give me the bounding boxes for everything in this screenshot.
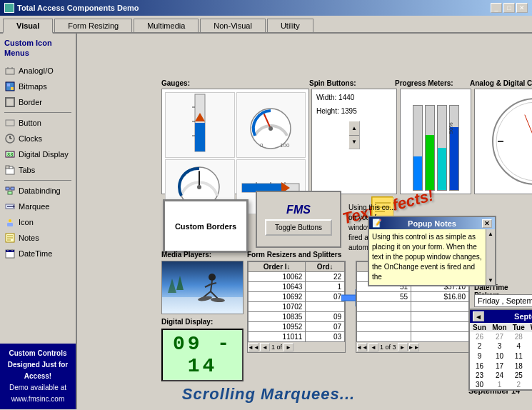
grid-next-button[interactable]: ► bbox=[283, 343, 293, 351]
grid-right-next-button[interactable]: ► bbox=[398, 343, 408, 351]
maximize-button[interactable]: □ bbox=[503, 3, 515, 13]
resizers-label: Form Resizers and Splitters bbox=[247, 251, 341, 259]
tabs-icon bbox=[4, 164, 16, 176]
cell: 07 bbox=[306, 292, 345, 302]
table-row[interactable] bbox=[357, 332, 469, 342]
calendar-day[interactable]: 3 bbox=[528, 380, 532, 389]
table-row[interactable] bbox=[357, 302, 469, 312]
table-row[interactable]: 1006222 bbox=[249, 272, 345, 282]
calendar-day[interactable]: 24 bbox=[489, 371, 510, 380]
table-row[interactable]: 1069207 bbox=[249, 292, 345, 302]
calendar-day[interactable]: 23 bbox=[470, 371, 489, 380]
calendar-day[interactable]: 4 bbox=[510, 341, 528, 351]
grid-right-last-button[interactable]: ►► bbox=[409, 343, 419, 351]
table-row[interactable] bbox=[357, 322, 469, 332]
cell: 10643 bbox=[249, 282, 306, 292]
tab-utility[interactable]: Utility bbox=[267, 19, 313, 32]
gauges-panel: 0 100 bbox=[161, 89, 309, 194]
popup-notes-close[interactable]: ✕ bbox=[482, 219, 492, 228]
grid-left-col1-header[interactable]: Order I↓ bbox=[249, 262, 306, 272]
grid-nav-text: 1 of bbox=[271, 344, 282, 351]
sidebar-item-clocks[interactable]: Clocks bbox=[1, 131, 74, 146]
popup-scrollbar[interactable]: ▲ ▼ bbox=[486, 229, 495, 285]
cell bbox=[411, 322, 469, 332]
spin-up[interactable]: ▲ bbox=[349, 121, 359, 136]
custom-borders-button[interactable]: Custom Borders bbox=[163, 199, 249, 253]
tab-visual[interactable]: Visual bbox=[3, 19, 53, 34]
close-button[interactable]: ✕ bbox=[516, 3, 528, 13]
grid-prev-button[interactable]: ◄ bbox=[260, 343, 270, 351]
scroll-up[interactable]: ▲ bbox=[488, 231, 493, 237]
cell: 09 bbox=[306, 312, 345, 322]
sidebar-item-digital[interactable]: 88 Digital Display bbox=[1, 146, 74, 162]
scroll-down[interactable]: ▼ bbox=[488, 277, 493, 284]
sidebar-item-tabs[interactable]: Tabs bbox=[1, 162, 74, 178]
table-row[interactable]: 10702 bbox=[249, 302, 345, 312]
grid-right-first-button[interactable]: ◄◄ bbox=[357, 343, 367, 351]
sidebar-bottom: Custom Controls Designed Just for Access… bbox=[0, 344, 76, 409]
sidebar-bottom-line2: Designed Just for Access! bbox=[2, 359, 74, 382]
calendar-day[interactable]: 28 bbox=[510, 332, 528, 341]
tab-non-visual[interactable]: Non-Visual bbox=[200, 19, 266, 32]
sidebar-item-bitmaps[interactable]: Bitmaps bbox=[1, 79, 74, 94]
sidebar-item-button[interactable]: Button bbox=[1, 115, 74, 131]
svg-rect-6 bbox=[6, 98, 14, 106]
table-row[interactable]: 1083509 bbox=[249, 312, 345, 322]
progress-bar-1 bbox=[413, 105, 423, 191]
calendar-day[interactable]: 19 bbox=[528, 361, 532, 371]
minimize-button[interactable]: _ bbox=[491, 3, 502, 13]
table-row[interactable]: 1101103 bbox=[249, 332, 345, 342]
calendar-day[interactable]: 3 bbox=[489, 341, 510, 351]
spin-width-label: Width: 1440 bbox=[316, 94, 392, 101]
calendar-day[interactable]: 29 bbox=[528, 332, 532, 341]
calendar-day[interactable]: 9 bbox=[470, 351, 489, 361]
cell: 11011 bbox=[249, 332, 306, 342]
calendar-day[interactable]: 2 bbox=[470, 341, 489, 351]
sidebar-label-digital: Digital Display bbox=[19, 150, 69, 159]
table-row[interactable]: 1095207 bbox=[249, 322, 345, 332]
sidebar-item-datetime[interactable]: DateTime bbox=[1, 246, 74, 261]
toggle-button[interactable]: Toggle Buttons bbox=[265, 219, 332, 236]
sidebar-item-notes[interactable]: Notes bbox=[1, 230, 74, 246]
svg-text:88: 88 bbox=[7, 152, 13, 158]
svg-point-41 bbox=[268, 126, 273, 131]
tab-form-resizing[interactable]: Form Resizing bbox=[54, 19, 132, 32]
calendar-day[interactable]: 30 bbox=[470, 380, 489, 389]
calendar-day[interactable]: 11 bbox=[510, 351, 528, 361]
calendar-day[interactable]: 25 bbox=[510, 371, 528, 380]
grid-left-col2-header[interactable]: Ord↓ bbox=[306, 262, 345, 272]
spin-stepper[interactable]: ▲ ▼ bbox=[348, 121, 360, 149]
sidebar-item-analogio[interactable]: AnalogI/O bbox=[1, 63, 74, 79]
calendar-prev-button[interactable]: ◄ bbox=[473, 311, 484, 321]
window-controls: _ □ ✕ bbox=[491, 3, 528, 13]
calendar-day[interactable]: 17 bbox=[489, 361, 510, 371]
calendar-day[interactable]: 18 bbox=[510, 361, 528, 371]
sidebar-item-icon[interactable]: Icon bbox=[1, 214, 74, 230]
date-dropdown[interactable]: Friday , September 14 ▼ bbox=[474, 294, 532, 307]
calendar-day[interactable]: 12 bbox=[528, 351, 532, 361]
cell bbox=[357, 302, 411, 312]
sidebar-item-border[interactable]: Border bbox=[1, 94, 74, 110]
table-row[interactable]: 106431 bbox=[249, 282, 345, 292]
calendar-header: ◄ September ► bbox=[470, 310, 532, 323]
sidebar-label-border: Border bbox=[19, 98, 42, 106]
calendar-day[interactable]: 10 bbox=[489, 351, 510, 361]
calendar-day[interactable]: 2 bbox=[510, 380, 528, 389]
calendar-day[interactable]: 27 bbox=[489, 332, 510, 341]
cell: 10702 bbox=[249, 302, 306, 312]
calendar-day[interactable]: 26 bbox=[470, 332, 489, 341]
cell: 03 bbox=[306, 332, 345, 342]
calendar-day[interactable]: 16 bbox=[470, 361, 489, 371]
popup-notes-body: Using this control is as simple as placi… bbox=[369, 229, 495, 285]
calendar-day[interactable]: 26 bbox=[528, 371, 532, 380]
spin-down[interactable]: ▼ bbox=[349, 136, 359, 149]
calendar-day[interactable]: 1 bbox=[489, 380, 510, 389]
grid-right-prev-button[interactable]: ◄ bbox=[368, 343, 378, 351]
calendar-day[interactable]: 5 bbox=[528, 341, 532, 351]
table-row[interactable]: 55$16.80 bbox=[357, 292, 469, 302]
table-row[interactable] bbox=[357, 312, 469, 322]
tab-multimedia[interactable]: Multimedia bbox=[134, 19, 199, 32]
sidebar-item-marquee[interactable]: Marquee bbox=[1, 199, 74, 214]
grid-first-button[interactable]: ◄◄ bbox=[249, 343, 259, 351]
sidebar-item-databinding[interactable]: Databinding bbox=[1, 183, 74, 199]
